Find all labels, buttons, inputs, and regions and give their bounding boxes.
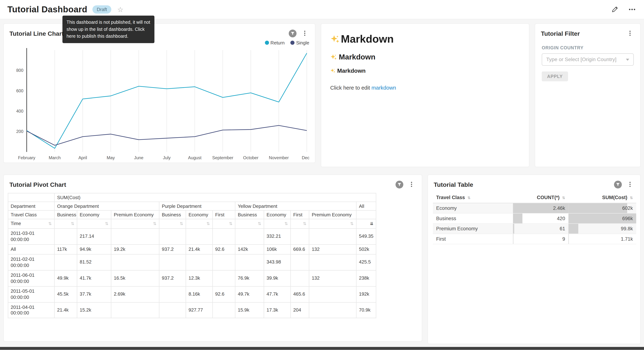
legend-item[interactable]: Return xyxy=(265,40,285,45)
pivot-cell xyxy=(309,302,356,318)
pivot-sort-all[interactable]: ⇊ xyxy=(356,219,376,228)
legend-item[interactable]: Single xyxy=(290,40,309,45)
svg-text:November: November xyxy=(269,155,289,160)
ellipsis-horizontal-icon xyxy=(628,6,636,13)
pivot-cell: 49.9k xyxy=(54,270,77,286)
pivot-metric-label: SUM(Cost) xyxy=(54,193,376,202)
cross-filter-icon[interactable] xyxy=(614,180,622,188)
pivot-cell: 39.9k xyxy=(264,270,290,286)
pivot-row-label: 2011-06-01 00:00:00 xyxy=(8,270,54,286)
publish-tooltip[interactable]: This dashboard is not published, it will… xyxy=(62,16,154,43)
pivot-cell xyxy=(111,302,159,318)
pivot-sort[interactable]: ⇅ xyxy=(235,219,264,228)
select-placeholder: Type or Select [Origin Country] xyxy=(546,56,616,62)
sum-cell: 696k xyxy=(568,213,636,224)
pivot-cell xyxy=(111,254,159,270)
pivot-class-header: Economy xyxy=(264,210,290,219)
svg-text:May: May xyxy=(107,155,115,160)
pivot-cell: 2.69k xyxy=(111,286,159,302)
svg-text:August: August xyxy=(188,155,202,160)
cross-filter-icon[interactable] xyxy=(289,30,296,37)
sort-icon: ⇅ xyxy=(48,221,52,227)
pivot-sort[interactable]: ⇅ xyxy=(111,219,159,228)
pivot-row-label: All xyxy=(8,244,54,254)
count-cell: 9 xyxy=(513,234,568,244)
pivot-class-header: Premium Economy xyxy=(309,210,356,219)
edit-markdown-link[interactable]: markdown xyxy=(372,84,396,91)
chart-menu-button[interactable] xyxy=(626,180,634,189)
pivot-sort[interactable]: ⇅ xyxy=(290,219,309,228)
sort-icon: ⇅ xyxy=(153,221,156,227)
pivot-cell xyxy=(212,302,235,318)
pivot-cell xyxy=(159,228,186,244)
pivot-cell xyxy=(159,254,186,270)
pivot-sort[interactable]: ⇅ xyxy=(309,219,356,228)
apply-button[interactable]: APPLY xyxy=(542,72,568,81)
pivot-cell xyxy=(309,254,356,270)
pivot-cell xyxy=(111,228,159,244)
table-col-count[interactable]: COUNT(*)⇅ xyxy=(513,192,568,203)
edit-dashboard-button[interactable] xyxy=(610,5,619,14)
pivot-cell: 94.9k xyxy=(77,244,111,254)
favorite-star-icon[interactable]: ☆ xyxy=(117,6,124,13)
funnel-icon xyxy=(290,31,295,36)
pivot-sort[interactable]: ⇅ xyxy=(77,219,111,228)
pivot-cell xyxy=(212,254,235,270)
table-col-travel-class[interactable]: Travel Class⇅ xyxy=(433,192,513,203)
pivot-sort[interactable]: ⇅ xyxy=(159,219,186,228)
pivot-cell: 15.2k xyxy=(77,302,111,318)
more-actions-button[interactable] xyxy=(628,5,636,14)
pivot-dept-header: Orange Department xyxy=(54,202,159,210)
pivot-row: 2011-03-01 00:00:00217.14332.21549.35 xyxy=(8,228,376,244)
pivot-cell xyxy=(212,270,235,286)
filter-menu-button[interactable] xyxy=(626,29,634,38)
pivot-cell xyxy=(290,228,309,244)
travel-class-cell: Economy xyxy=(433,203,513,214)
pivot-sort[interactable]: ⇅ xyxy=(186,219,212,228)
table-col-sum[interactable]: SUM(Cost)⇅ xyxy=(568,192,636,203)
cross-filter-icon[interactable] xyxy=(396,180,403,188)
page-title: Tutorial Dashboard xyxy=(8,4,87,14)
pivot-dept-header: Purple Department xyxy=(159,202,235,210)
travel-class-cell: Premium Economy xyxy=(433,224,513,234)
pivot-cell: 21.4k xyxy=(54,302,77,318)
ellipsis-vertical-icon xyxy=(408,181,415,188)
pivot-sort[interactable]: ⇅ xyxy=(264,219,290,228)
pivot-cell: 15.9k xyxy=(235,302,264,318)
travel-class-cell: First xyxy=(433,234,513,244)
pivot-sort-time[interactable]: Time⇅ xyxy=(8,219,54,228)
pivot-cell: 45.5k xyxy=(54,286,77,302)
markdown-card: Markdown Markdown Markdown Click here to… xyxy=(321,24,529,167)
pivot-sort[interactable]: ⇅ xyxy=(212,219,235,228)
pivot-cell xyxy=(290,270,309,286)
pivot-sort[interactable]: ⇅ xyxy=(54,219,77,228)
pivot-cell: 12.3k xyxy=(186,270,212,286)
table-row: Business420696k xyxy=(433,213,636,224)
pivot-row: 2011-05-01 00:00:0045.5k37.7k2.69k8.16k9… xyxy=(8,286,376,302)
svg-text:Dece: Dece xyxy=(302,155,309,160)
pivot-cell: 192k xyxy=(356,286,376,302)
pivot-cell: 76.9k xyxy=(235,270,264,286)
origin-country-select[interactable]: Type or Select [Origin Country] xyxy=(542,53,634,66)
count-cell: 61 xyxy=(513,224,568,234)
pivot-cell: 132 xyxy=(309,270,356,286)
ellipsis-vertical-icon xyxy=(302,30,308,36)
markdown-h1: Markdown xyxy=(330,33,520,46)
pivot-cell xyxy=(54,254,77,270)
funnel-icon xyxy=(616,182,620,186)
pivot-row-label: 2011-03-01 00:00:00 xyxy=(8,228,54,244)
pivot-cell xyxy=(186,254,212,270)
chart-legend: ReturnSingle xyxy=(4,38,315,46)
table-row: Economy2.46k602k xyxy=(433,203,636,214)
pivot-cell xyxy=(159,302,186,318)
pivot-cell: 132 xyxy=(309,244,356,254)
pivot-cell: 343.98 xyxy=(264,254,290,270)
chart-menu-button[interactable] xyxy=(407,180,416,189)
table-row: Premium Economy6199.8k xyxy=(433,224,636,234)
pivot-cell xyxy=(235,228,264,244)
sort-icon: ⇅ xyxy=(71,221,74,227)
chart-menu-button[interactable] xyxy=(300,29,309,38)
pivot-class-header: Economy xyxy=(186,210,212,219)
pivot-dept-header: All xyxy=(356,202,376,210)
svg-text:400: 400 xyxy=(16,109,24,114)
